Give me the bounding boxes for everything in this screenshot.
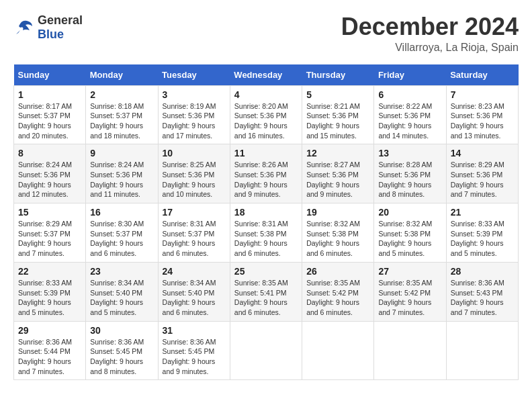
calendar-cell: 10Sunrise: 8:25 AMSunset: 5:36 PMDayligh… (158, 144, 230, 203)
cell-info: Sunrise: 8:23 AMSunset: 5:36 PMDaylight:… (451, 101, 514, 141)
weekday-header-friday: Friday (374, 64, 446, 86)
cell-info: Sunrise: 8:22 AMSunset: 5:36 PMDaylight:… (378, 101, 441, 141)
cell-day-number: 12 (306, 148, 369, 158)
calendar-cell: 2Sunrise: 8:18 AMSunset: 5:37 PMDaylight… (86, 85, 158, 144)
cell-info: Sunrise: 8:36 AMSunset: 5:45 PMDaylight:… (163, 337, 226, 377)
cell-day-number: 8 (18, 148, 81, 158)
cell-day-number: 17 (163, 207, 226, 218)
cell-info: Sunrise: 8:27 AMSunset: 5:36 PMDaylight:… (306, 160, 369, 199)
cell-day-number: 5 (306, 89, 369, 100)
weekday-header-saturday: Saturday (446, 64, 518, 86)
cell-day-number: 18 (234, 207, 298, 218)
logo-general: General (38, 13, 83, 27)
calendar-cell: 22Sunrise: 8:33 AMSunset: 5:39 PMDayligh… (14, 262, 86, 321)
calendar-cell: 9Sunrise: 8:24 AMSunset: 5:36 PMDaylight… (86, 144, 158, 203)
calendar-cell: 25Sunrise: 8:35 AMSunset: 5:41 PMDayligh… (230, 262, 302, 321)
calendar-cell: 26Sunrise: 8:35 AMSunset: 5:42 PMDayligh… (302, 262, 374, 321)
calendar-cell: 31Sunrise: 8:36 AMSunset: 5:45 PMDayligh… (158, 321, 230, 380)
cell-info: Sunrise: 8:29 AMSunset: 5:37 PMDaylight:… (18, 219, 81, 259)
cell-day-number: 25 (234, 266, 298, 277)
cell-info: Sunrise: 8:32 AMSunset: 5:38 PMDaylight:… (306, 219, 369, 259)
cell-day-number: 16 (90, 207, 153, 218)
cell-day-number: 26 (306, 266, 369, 277)
cell-day-number: 2 (90, 89, 153, 100)
cell-info: Sunrise: 8:24 AMSunset: 5:36 PMDaylight:… (18, 160, 81, 199)
cell-day-number: 31 (163, 325, 226, 336)
logo-blue: Blue (38, 28, 64, 41)
calendar-cell: 4Sunrise: 8:20 AMSunset: 5:36 PMDaylight… (230, 85, 302, 144)
cell-info: Sunrise: 8:33 AMSunset: 5:39 PMDaylight:… (18, 278, 81, 318)
calendar-cell (230, 321, 302, 380)
cell-info: Sunrise: 8:17 AMSunset: 5:37 PMDaylight:… (18, 101, 81, 141)
cell-day-number: 20 (378, 207, 441, 218)
month-title: December 2024 (341, 13, 519, 40)
week-row-4: 22Sunrise: 8:33 AMSunset: 5:39 PMDayligh… (14, 262, 519, 321)
cell-info: Sunrise: 8:31 AMSunset: 5:38 PMDaylight:… (234, 219, 298, 259)
cell-info: Sunrise: 8:20 AMSunset: 5:36 PMDaylight:… (234, 101, 298, 141)
cell-info: Sunrise: 8:29 AMSunset: 5:36 PMDaylight:… (451, 160, 514, 199)
cell-day-number: 9 (90, 148, 153, 158)
cell-day-number: 1 (18, 89, 81, 100)
cell-info: Sunrise: 8:35 AMSunset: 5:41 PMDaylight:… (234, 278, 298, 318)
calendar-cell: 21Sunrise: 8:33 AMSunset: 5:39 PMDayligh… (446, 203, 518, 263)
calendar-cell: 11Sunrise: 8:26 AMSunset: 5:36 PMDayligh… (230, 144, 302, 203)
logo-text: General Blue (38, 13, 83, 42)
week-row-5: 29Sunrise: 8:36 AMSunset: 5:44 PMDayligh… (14, 321, 519, 380)
calendar-cell: 14Sunrise: 8:29 AMSunset: 5:36 PMDayligh… (446, 144, 518, 203)
week-row-1: 1Sunrise: 8:17 AMSunset: 5:37 PMDaylight… (14, 85, 519, 144)
calendar-cell: 13Sunrise: 8:28 AMSunset: 5:36 PMDayligh… (374, 144, 446, 203)
cell-day-number: 24 (163, 266, 226, 277)
cell-day-number: 3 (163, 89, 226, 100)
cell-info: Sunrise: 8:35 AMSunset: 5:42 PMDaylight:… (378, 278, 441, 318)
calendar-cell: 7Sunrise: 8:23 AMSunset: 5:36 PMDaylight… (446, 85, 518, 144)
cell-day-number: 4 (234, 89, 298, 100)
cell-info: Sunrise: 8:36 AMSunset: 5:45 PMDaylight:… (90, 337, 153, 377)
cell-day-number: 14 (451, 148, 514, 158)
calendar-cell: 18Sunrise: 8:31 AMSunset: 5:38 PMDayligh… (230, 203, 302, 263)
cell-day-number: 7 (451, 89, 514, 100)
calendar-cell: 15Sunrise: 8:29 AMSunset: 5:37 PMDayligh… (14, 203, 86, 263)
calendar-cell: 16Sunrise: 8:30 AMSunset: 5:37 PMDayligh… (86, 203, 158, 263)
weekday-header-tuesday: Tuesday (158, 64, 230, 86)
cell-info: Sunrise: 8:34 AMSunset: 5:40 PMDaylight:… (163, 278, 226, 318)
calendar-cell: 29Sunrise: 8:36 AMSunset: 5:44 PMDayligh… (14, 321, 86, 380)
calendar-cell: 12Sunrise: 8:27 AMSunset: 5:36 PMDayligh… (302, 144, 374, 203)
cell-info: Sunrise: 8:34 AMSunset: 5:40 PMDaylight:… (90, 278, 153, 318)
cell-day-number: 15 (18, 207, 81, 218)
calendar-cell: 6Sunrise: 8:22 AMSunset: 5:36 PMDaylight… (374, 85, 446, 144)
cell-info: Sunrise: 8:33 AMSunset: 5:39 PMDaylight:… (451, 219, 514, 259)
cell-info: Sunrise: 8:30 AMSunset: 5:37 PMDaylight:… (90, 219, 153, 259)
weekday-header-row: SundayMondayTuesdayWednesdayThursdayFrid… (14, 64, 519, 86)
title-area: December 2024 Villarroya, La Rioja, Spai… (341, 13, 519, 54)
cell-info: Sunrise: 8:28 AMSunset: 5:36 PMDaylight:… (378, 160, 441, 199)
calendar-cell: 3Sunrise: 8:19 AMSunset: 5:36 PMDaylight… (158, 85, 230, 144)
cell-info: Sunrise: 8:36 AMSunset: 5:43 PMDaylight:… (451, 278, 514, 318)
calendar-cell: 23Sunrise: 8:34 AMSunset: 5:40 PMDayligh… (86, 262, 158, 321)
calendar-cell: 30Sunrise: 8:36 AMSunset: 5:45 PMDayligh… (86, 321, 158, 380)
cell-info: Sunrise: 8:35 AMSunset: 5:42 PMDaylight:… (306, 278, 369, 318)
location-title: Villarroya, La Rioja, Spain (341, 42, 519, 54)
cell-info: Sunrise: 8:24 AMSunset: 5:36 PMDaylight:… (90, 160, 153, 199)
cell-day-number: 13 (378, 148, 441, 158)
cell-day-number: 10 (163, 148, 226, 158)
calendar-cell: 8Sunrise: 8:24 AMSunset: 5:36 PMDaylight… (14, 144, 86, 203)
page-header: General Blue December 2024 Villarroya, L… (13, 13, 519, 54)
calendar-cell (446, 321, 518, 380)
cell-day-number: 27 (378, 266, 441, 277)
calendar-table: SundayMondayTuesdayWednesdayThursdayFrid… (13, 64, 519, 381)
logo-graphic (13, 17, 35, 38)
cell-day-number: 29 (18, 325, 81, 336)
cell-info: Sunrise: 8:18 AMSunset: 5:37 PMDaylight:… (90, 101, 153, 141)
cell-day-number: 22 (18, 266, 81, 277)
cell-day-number: 23 (90, 266, 153, 277)
cell-info: Sunrise: 8:19 AMSunset: 5:36 PMDaylight:… (163, 101, 226, 141)
cell-day-number: 11 (234, 148, 298, 158)
cell-day-number: 30 (90, 325, 153, 336)
calendar-cell (374, 321, 446, 380)
calendar-cell: 28Sunrise: 8:36 AMSunset: 5:43 PMDayligh… (446, 262, 518, 321)
calendar-cell: 20Sunrise: 8:32 AMSunset: 5:38 PMDayligh… (374, 203, 446, 263)
cell-info: Sunrise: 8:36 AMSunset: 5:44 PMDaylight:… (18, 337, 81, 377)
cell-day-number: 6 (378, 89, 441, 100)
cell-info: Sunrise: 8:25 AMSunset: 5:36 PMDaylight:… (163, 160, 226, 199)
weekday-header-sunday: Sunday (14, 64, 86, 86)
